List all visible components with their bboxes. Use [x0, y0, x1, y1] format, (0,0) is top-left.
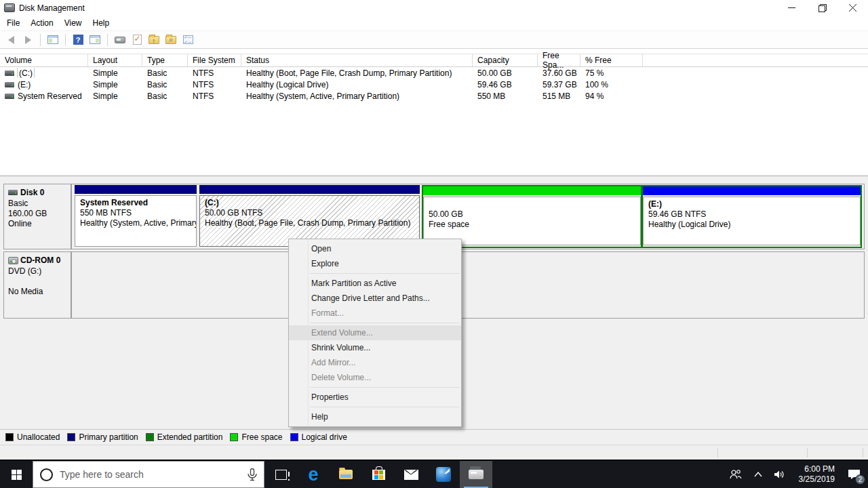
- notification-badge: 2: [855, 474, 865, 485]
- column-header-type[interactable]: Type: [142, 54, 188, 66]
- taskbar-search[interactable]: Type here to search: [33, 461, 264, 488]
- partition-free-space[interactable]: 50.00 GB Free space: [423, 186, 641, 247]
- menu-file[interactable]: File: [1, 17, 25, 29]
- disk-status: Online: [8, 219, 66, 229]
- task-view-button[interactable]: [264, 461, 297, 488]
- console-tree-icon: [47, 35, 58, 44]
- volume-pct-free: 100 %: [580, 80, 643, 89]
- volume-type: Basic: [142, 92, 188, 101]
- partition-size: 59.46 GB NTFS: [648, 209, 855, 220]
- microphone-icon[interactable]: [248, 468, 257, 481]
- toolbar-separator: [65, 34, 66, 46]
- rescan-button[interactable]: [130, 33, 144, 47]
- people-button[interactable]: [725, 461, 747, 488]
- store-button[interactable]: [362, 461, 395, 488]
- file-explorer-button[interactable]: [330, 461, 362, 488]
- volume-free-space: 37.60 GB: [538, 68, 580, 78]
- folder-up-icon: ↑: [149, 36, 159, 44]
- volume-fs: NTFS: [188, 80, 241, 89]
- folder-search-icon: ⌕: [165, 36, 176, 44]
- disk0-label-panel[interactable]: Disk 0 Basic 160.00 GB Online: [3, 184, 71, 249]
- volume-row-c[interactable]: (C:) Simple Basic NTFS Healthy (Boot, Pa…: [0, 67, 868, 79]
- column-header-layout[interactable]: Layout: [88, 54, 142, 66]
- properties-list-icon: [183, 35, 193, 44]
- column-header-pct-free[interactable]: % Free: [580, 54, 643, 66]
- extended-partition: 50.00 GB Free space (E:) 59.46 GB NTFS H…: [422, 185, 862, 248]
- menu-item-open[interactable]: Open: [289, 241, 461, 256]
- menu-view[interactable]: View: [59, 17, 87, 29]
- volume-capacity: 50.00 GB: [473, 68, 538, 78]
- disk-name: Disk 0: [20, 188, 44, 197]
- column-header-file-system[interactable]: File System: [188, 54, 241, 66]
- column-header-free-space[interactable]: Free Spa...: [538, 54, 580, 66]
- column-header-volume[interactable]: Volume: [0, 54, 88, 66]
- volume-name: (E:): [18, 80, 31, 89]
- menu-action[interactable]: Action: [25, 17, 58, 29]
- menu-item-explore[interactable]: Explore: [289, 256, 461, 271]
- edge-icon: e: [308, 466, 318, 484]
- menu-item-properties[interactable]: Properties: [289, 390, 461, 405]
- close-button[interactable]: [837, 0, 868, 16]
- free-space-bar: [423, 186, 641, 195]
- volume-status: Healthy (Logical Drive): [241, 80, 473, 89]
- menu-item-help[interactable]: Help: [289, 409, 461, 424]
- tray-overflow-button[interactable]: [749, 461, 767, 488]
- toolbar: ? ↑ ⌕: [0, 30, 868, 49]
- logical-swatch: [290, 433, 298, 441]
- partition-context-menu: Open Explore Mark Partition as Active Ch…: [288, 239, 462, 427]
- backup-tool-button[interactable]: [427, 461, 460, 488]
- clock[interactable]: 6:00 PM 3/25/2019: [793, 464, 840, 485]
- partition-status: Healthy (System, Active, Primary: [80, 218, 191, 228]
- menu-item-delete-volume: Delete Volume...: [289, 370, 461, 385]
- menu-item-change-drive-letter[interactable]: Change Drive Letter and Paths...: [289, 291, 461, 306]
- action-center-button[interactable]: 2: [843, 461, 865, 488]
- legend-extended: Extended partition: [146, 432, 223, 442]
- disk-management-icon: [4, 3, 15, 12]
- show-action-pane-button[interactable]: [88, 33, 102, 47]
- menu-help[interactable]: Help: [87, 17, 115, 29]
- column-header-status[interactable]: Status: [241, 54, 473, 66]
- primary-partition-bar: [199, 185, 420, 194]
- mail-button[interactable]: [395, 461, 427, 488]
- partition-system-reserved[interactable]: System Reserved 550 MB NTFS Healthy (Sys…: [75, 185, 197, 248]
- menu-item-mark-partition-active[interactable]: Mark Partition as Active: [289, 276, 461, 291]
- show-console-tree-button[interactable]: [46, 33, 60, 47]
- forward-button[interactable]: [21, 33, 35, 47]
- volume-row-system-reserved[interactable]: System Reserved Simple Basic NTFS Health…: [0, 90, 868, 102]
- menu-item-shrink-volume[interactable]: Shrink Volume...: [289, 340, 461, 355]
- disk-size: 160.00 GB: [8, 209, 66, 219]
- column-header-capacity[interactable]: Capacity: [473, 54, 538, 66]
- volume-free-space: 515 MB: [538, 92, 580, 101]
- partition-e[interactable]: (E:) 59.46 GB NTFS Healthy (Logical Driv…: [643, 186, 861, 247]
- folder-up-button[interactable]: ↑: [147, 33, 161, 47]
- menu-bar: File Action View Help: [0, 16, 868, 30]
- status-bar: [0, 445, 868, 460]
- back-button[interactable]: [4, 33, 18, 47]
- edge-button[interactable]: e: [297, 461, 330, 488]
- partition-title: (C:): [205, 198, 414, 208]
- properties-button[interactable]: [181, 33, 195, 47]
- window-title: Disk Management: [19, 3, 85, 13]
- volume-row-e[interactable]: (E:) Simple Basic NTFS Healthy (Logical …: [0, 79, 868, 90]
- volume-layout: Simple: [88, 80, 142, 89]
- cdrom-label-panel[interactable]: CD-ROM 0 DVD (G:) No Media: [3, 251, 71, 319]
- restore-button[interactable]: [807, 0, 837, 16]
- start-button[interactable]: [0, 461, 33, 488]
- toolbar-separator: [40, 34, 41, 46]
- volume-pct-free: 94 %: [580, 92, 643, 101]
- refresh-button[interactable]: [113, 33, 127, 47]
- disk-icon: [8, 190, 18, 195]
- disk-management-taskbar-button[interactable]: [460, 461, 492, 488]
- file-explorer-icon: [339, 470, 353, 479]
- primary-swatch: [67, 433, 75, 441]
- system-tray: 6:00 PM 3/25/2019 2: [725, 461, 868, 488]
- help-button[interactable]: ?: [71, 33, 85, 47]
- volume-fs: NTFS: [188, 68, 241, 78]
- legend-free: Free space: [230, 432, 282, 442]
- taskbar: Type here to search e 6:00 PM 3/25/2019 …: [0, 461, 868, 488]
- minimize-button[interactable]: [776, 0, 807, 16]
- clock-date: 3/25/2019: [799, 474, 835, 485]
- search-placeholder: Type here to search: [60, 469, 241, 480]
- folder-search-button[interactable]: ⌕: [164, 33, 178, 47]
- volume-button[interactable]: [770, 461, 791, 488]
